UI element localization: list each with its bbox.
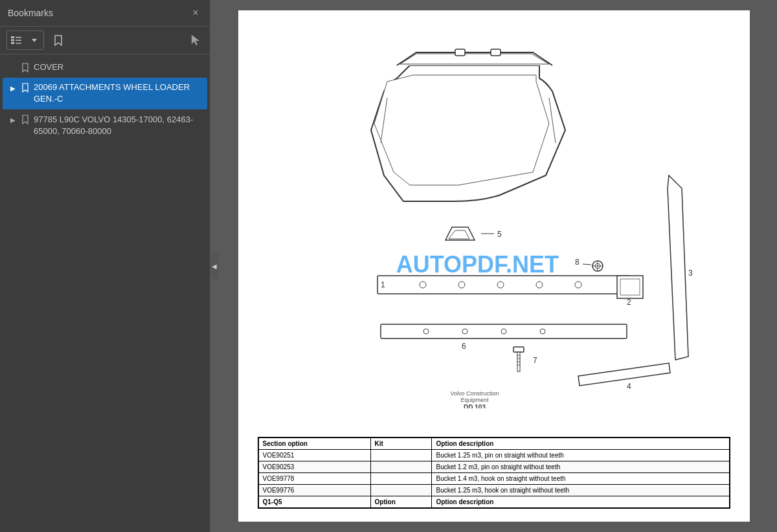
table-cell-desc: Bucket 1.2 m3, pin on straight without t… [432,461,729,473]
cursor-indicator [190,34,203,47]
part-8: 8 [575,258,603,271]
part-3: 3 [668,175,693,360]
expand-icon-attachments[interactable]: ▶ [8,83,18,93]
svg-text:DD 103: DD 103 [464,404,486,408]
svg-point-16 [575,282,581,288]
table-cell-kit [370,461,432,473]
svg-line-24 [583,264,591,265]
table-footer-col3: Option description [432,496,729,508]
table-cell-section: VOE90251 [258,450,370,461]
table-cell-section: VOE99776 [258,485,370,496]
bookmark-flag-attachments [21,82,30,93]
svg-rect-32 [513,347,524,352]
svg-rect-0 [11,36,14,38]
list-view-button[interactable] [7,31,25,49]
parts-diagram: 5 1 [267,46,721,408]
bookmark-flag-l90c [21,115,30,125]
pdf-page: AUTOPDF.NET [238,10,750,522]
svg-rect-3 [16,37,21,38]
svg-marker-6 [32,39,37,42]
svg-text:1: 1 [381,280,385,289]
table-cell-kit [370,485,432,496]
table-footer-col2: Option [370,496,432,508]
svg-text:7: 7 [533,356,537,365]
bookmark-item-l90c[interactable]: ▶ 97785 L90C VOLVO 14305-17000, 62463-65… [3,110,207,141]
toolbar-row [0,27,210,54]
svg-point-13 [458,282,465,288]
part-7: 7 [513,347,537,371]
svg-text:4: 4 [627,382,631,391]
svg-rect-4 [16,40,21,41]
svg-rect-1 [11,39,14,41]
table-cell-kit [370,473,432,485]
table-footer-row: Q1-Q5 Option Option description [258,496,729,508]
svg-point-14 [497,282,504,288]
bucket-body [371,49,565,201]
dropdown-arrow-button[interactable] [25,31,43,49]
svg-text:Volvo Construction: Volvo Construction [450,390,499,397]
bookmark-flag-cover [21,62,30,72]
svg-text:5: 5 [497,230,502,239]
sidebar-collapse-button[interactable]: ◀ [210,253,219,279]
svg-rect-2 [11,42,14,44]
bookmark-item-attachments[interactable]: ▶ 20069 ATTACHMENTS WHEEL LOADER GEN.-C [3,78,207,109]
part-1: 1 [377,276,630,294]
svg-rect-8 [491,49,501,56]
part-5: 5 [445,227,502,240]
svg-text:8: 8 [575,258,580,267]
svg-text:6: 6 [462,342,466,351]
svg-point-28 [462,329,467,334]
svg-text:3: 3 [688,269,693,278]
svg-text:Equipment: Equipment [460,397,489,403]
bookmark-label-cover: COVER [34,61,202,73]
bookmark-label-attachments: 20069 ATTACHMENTS WHEEL LOADER GEN.-C [34,82,202,105]
parts-table: Section option Kit Option description VO… [258,437,730,509]
table-cell-kit [370,450,432,461]
table-row: VOE90251 Bucket 1.25 m3, pin on straight… [258,450,729,461]
toolbar-btn-group [6,30,44,50]
svg-point-29 [501,329,506,334]
page-container[interactable]: AUTOPDF.NET [210,0,777,532]
diagram-area: 5 1 [258,23,730,430]
svg-rect-7 [455,49,465,56]
svg-rect-5 [16,43,21,44]
table-header-description: Option description [432,438,729,450]
table-cell-desc: Bucket 1.25 m3, hook on straight without… [432,485,729,496]
sidebar: Bookmarks × [0,0,210,532]
expand-icon-cover [8,63,18,73]
part-2: 2 [617,276,643,307]
svg-text:2: 2 [627,298,631,307]
main-content: AUTOPDF.NET [210,0,777,532]
svg-point-30 [540,329,545,334]
table-row: VOE90253 Bucket 1.2 m3, pin on straight … [258,461,729,473]
part-6: 6 [381,324,627,351]
part-4: 4 [578,363,670,391]
table-cell-desc: Bucket 1.4 m3, hook on straight without … [432,473,729,485]
table-header-kit: Kit [370,438,432,450]
table-footer-col1: Q1-Q5 [258,496,370,508]
sidebar-title: Bookmarks [8,8,53,18]
bookmark-list: COVER ▶ 20069 ATTACHMENTS WHEEL LOADER G… [0,54,210,532]
bookmark-label-l90c: 97785 L90C VOLVO 14305-17000, 62463-6500… [34,114,202,137]
svg-point-15 [536,282,543,288]
table-cell-desc: Bucket 1.25 m3, pin on straight without … [432,450,729,461]
table-header-section: Section option [258,438,370,450]
expand-icon-l90c[interactable]: ▶ [8,115,18,126]
svg-point-12 [420,282,426,288]
sidebar-header: Bookmarks × [0,0,210,27]
bookmark-icon-button[interactable] [49,31,67,49]
bookmark-item-cover[interactable]: COVER [3,58,207,77]
table-cell-section: VOE90253 [258,461,370,473]
close-button[interactable]: × [189,6,202,19]
table-row: VOE99778 Bucket 1.4 m3, hook on straight… [258,473,729,485]
svg-point-27 [423,329,429,334]
table-row: VOE99776 Bucket 1.25 m3, hook on straigh… [258,485,729,496]
table-cell-section: VOE99778 [258,473,370,485]
